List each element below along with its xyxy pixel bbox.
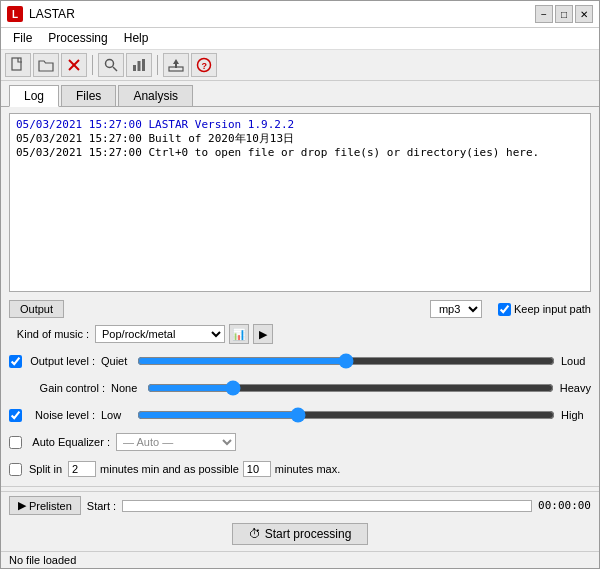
svg-line-4 <box>113 67 117 71</box>
toolbar-search-button[interactable] <box>98 53 124 77</box>
split-label-start: Split in <box>29 463 62 475</box>
export-icon <box>168 57 184 73</box>
auto-eq-select[interactable]: — Auto — Manual <box>116 433 236 451</box>
svg-rect-6 <box>138 61 141 71</box>
kind-of-music-label: Kind of music : <box>9 328 89 340</box>
menu-file[interactable]: File <box>5 30 40 46</box>
output-level-row: Output level : Quiet Loud <box>9 350 591 372</box>
noise-level-slider[interactable] <box>137 407 555 423</box>
svg-rect-0 <box>12 58 21 70</box>
window-title: LASTAR <box>29 7 75 21</box>
noise-level-slider-container: Low High <box>101 407 591 423</box>
svg-rect-5 <box>133 65 136 71</box>
app-icon: L <box>7 6 23 22</box>
progress-bar <box>122 500 532 512</box>
noise-level-label-wrapper: Noise level : <box>9 409 95 422</box>
output-format-select[interactable]: mp3 wav flac ogg <box>430 300 482 318</box>
keep-path-label: Keep input path <box>498 303 591 316</box>
kind-chart-button[interactable]: 📊 <box>229 324 249 344</box>
split-max-input[interactable] <box>243 461 271 477</box>
keep-path-text: Keep input path <box>514 303 591 315</box>
kind-of-music-dropdown-row: Pop/rock/metal Classical Jazz Electronic… <box>95 324 273 344</box>
output-level-label: Output level : <box>25 355 95 367</box>
output-button[interactable]: Output <box>9 300 64 318</box>
gain-control-min: None <box>111 382 141 394</box>
output-level-max: Loud <box>561 355 591 367</box>
kind-of-music-row: Kind of music : Pop/rock/metal Classical… <box>9 323 591 345</box>
log-area[interactable]: 05/03/2021 15:27:00 LASTAR Version 1.9.2… <box>9 113 591 292</box>
toolbar-help-button[interactable]: ? <box>191 53 217 77</box>
prelisten-button[interactable]: ▶ Prelisten <box>9 496 81 515</box>
toolbar-open-button[interactable] <box>33 53 59 77</box>
status-bar: No file loaded <box>1 551 599 568</box>
start-processing-icon: ⏱ <box>249 527 261 541</box>
log-line-3: 05/03/2021 15:27:00 Ctrl+0 to open file … <box>16 146 584 159</box>
kind-arrow-button[interactable]: ▶ <box>253 324 273 344</box>
toolbar-new-button[interactable] <box>5 53 31 77</box>
split-row: Split in minutes min and as possible min… <box>9 458 591 480</box>
split-end-text: minutes max. <box>275 463 340 475</box>
menu-help[interactable]: Help <box>116 30 157 46</box>
tab-files[interactable]: Files <box>61 85 116 106</box>
tab-log[interactable]: Log <box>9 85 59 107</box>
toolbar-separator-1 <box>92 55 93 75</box>
svg-point-3 <box>106 59 114 67</box>
tab-analysis[interactable]: Analysis <box>118 85 193 106</box>
bottom-bar: ▶ Prelisten Start : 00:00:00 <box>1 491 599 519</box>
noise-level-label: Noise level : <box>25 409 95 421</box>
open-icon <box>38 57 54 73</box>
noise-level-checkbox[interactable] <box>9 409 22 422</box>
gain-control-row: Gain control : None Heavy <box>9 377 591 399</box>
split-min-input[interactable] <box>68 461 96 477</box>
prelisten-label: Prelisten <box>29 500 72 512</box>
output-level-checkbox[interactable] <box>9 355 22 368</box>
status-text: No file loaded <box>9 554 76 566</box>
help-icon: ? <box>196 57 212 73</box>
log-line-2: 05/03/2021 15:27:00 Built of 2020年10月13日 <box>16 131 584 146</box>
auto-eq-checkbox[interactable] <box>9 436 22 449</box>
toolbar-export-button[interactable] <box>163 53 189 77</box>
new-icon <box>10 57 26 73</box>
output-section: Output mp3 wav flac ogg Keep input path … <box>1 298 599 482</box>
tabs: Log Files Analysis <box>1 81 599 107</box>
search-icon <box>103 57 119 73</box>
start-processing-button[interactable]: ⏱ Start processing <box>232 523 369 545</box>
minimize-button[interactable]: − <box>535 5 553 23</box>
toolbar-chart-button[interactable] <box>126 53 152 77</box>
gain-control-slider-container: None Heavy <box>111 380 591 396</box>
auto-equalizer-row: Auto Equalizer : — Auto — Manual <box>9 431 591 453</box>
auto-eq-label-wrapper: Auto Equalizer : <box>9 436 110 449</box>
title-bar: L LASTAR − □ ✕ <box>1 1 599 28</box>
chart-icon <box>131 57 147 73</box>
kind-of-music-select[interactable]: Pop/rock/metal Classical Jazz Electronic… <box>95 325 225 343</box>
split-checkbox[interactable] <box>9 463 22 476</box>
toolbar-close-button[interactable] <box>61 53 87 77</box>
toolbar: ? <box>1 50 599 81</box>
gain-control-label: Gain control : <box>25 382 105 394</box>
gain-control-max: Heavy <box>560 382 591 394</box>
toolbar-separator-2 <box>157 55 158 75</box>
maximize-button[interactable]: □ <box>555 5 573 23</box>
output-row: Output mp3 wav flac ogg Keep input path <box>9 300 591 318</box>
output-level-slider[interactable] <box>137 353 555 369</box>
split-label-wrapper: Split in <box>9 463 62 476</box>
window-controls: − □ ✕ <box>535 5 593 23</box>
close-button[interactable]: ✕ <box>575 5 593 23</box>
divider <box>1 486 599 487</box>
menu-processing[interactable]: Processing <box>40 30 115 46</box>
title-bar-left: L LASTAR <box>7 6 75 22</box>
keep-path-checkbox[interactable] <box>498 303 511 316</box>
noise-level-min: Low <box>101 409 131 421</box>
auto-eq-label: Auto Equalizer : <box>25 436 110 448</box>
noise-level-max: High <box>561 409 591 421</box>
split-inputs: minutes min and as possible minutes max. <box>68 461 340 477</box>
gain-control-slider[interactable] <box>147 380 554 396</box>
noise-level-row: Noise level : Low High <box>9 404 591 426</box>
start-processing-row: ⏱ Start processing <box>1 519 599 551</box>
time-display: 00:00:00 <box>538 499 591 512</box>
output-level-slider-container: Quiet Loud <box>101 353 591 369</box>
output-level-min: Quiet <box>101 355 131 367</box>
main-window: L LASTAR − □ ✕ File Processing Help <box>0 0 600 569</box>
menu-bar: File Processing Help <box>1 28 599 49</box>
log-line-1: 05/03/2021 15:27:00 LASTAR Version 1.9.2… <box>16 118 584 131</box>
